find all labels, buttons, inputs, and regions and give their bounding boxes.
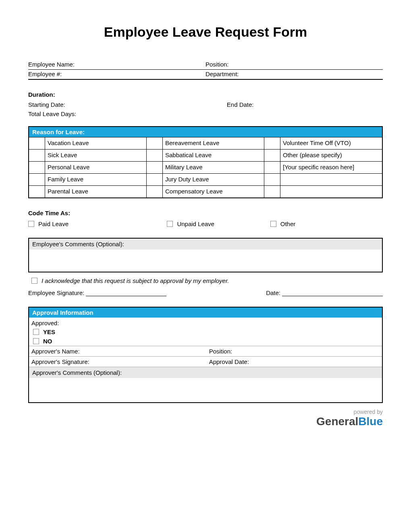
approver-comments-input[interactable] <box>29 378 382 402</box>
approver-comments-label: Approver's Comments (Optional): <box>29 367 382 378</box>
reason-check[interactable] <box>29 149 45 161</box>
reason-check[interactable] <box>147 173 163 185</box>
approved-no-label: NO <box>43 338 52 345</box>
employee-signature-label: Employee Signature: <box>28 289 84 296</box>
approved-no-checkbox[interactable] <box>33 338 39 344</box>
codetime-heading: Code Time As: <box>28 210 383 216</box>
reason-label: Vacation Leave <box>45 137 147 149</box>
reason-label: Compensatory Leave <box>163 185 264 197</box>
approval-heading: Approval Information <box>29 308 382 318</box>
paid-leave-checkbox[interactable] <box>28 221 34 227</box>
powered-by-text: powered by <box>28 409 383 415</box>
reason-check[interactable] <box>264 161 280 173</box>
reason-check[interactable] <box>29 161 45 173</box>
approval-section: Approval Information Approved: YES NO Ap… <box>28 307 383 403</box>
starting-date-label: Starting Date: <box>28 101 227 108</box>
reason-label: Jury Duty Leave <box>163 173 264 185</box>
signature-date-label: Date: <box>266 289 280 296</box>
reason-check[interactable] <box>264 173 280 185</box>
reason-label: Other (please specify) <box>280 149 382 161</box>
other-leave-label: Other <box>280 220 296 227</box>
approver-signature-label: Approver's Signature: <box>31 358 209 365</box>
reason-check[interactable] <box>147 149 163 161</box>
reason-section: Reason for Leave: Vacation Leave Bereave… <box>28 126 383 198</box>
employee-comments-label: Employee's Comments (Optional): <box>29 239 382 249</box>
acknowledge-checkbox[interactable] <box>31 278 37 284</box>
position-label: Position: <box>206 61 383 68</box>
approver-name-label: Approver's Name: <box>31 348 209 355</box>
reason-label: Sick Leave <box>45 149 147 161</box>
employee-info-row-1: Employee Name: Position: <box>28 60 383 70</box>
approved-label: Approved: <box>29 318 382 327</box>
employee-info-row-2: Employee #: Department: <box>28 70 383 80</box>
reason-check[interactable] <box>29 137 45 149</box>
employee-name-label: Employee Name: <box>28 61 206 68</box>
duration-heading: Duration: <box>28 91 383 98</box>
reason-check[interactable] <box>264 185 280 197</box>
reason-check[interactable] <box>29 173 45 185</box>
reason-check[interactable] <box>147 185 163 197</box>
reason-label: Family Leave <box>45 173 147 185</box>
reason-label: Sabbatical Leave <box>163 149 264 161</box>
approval-date-label: Approval Date: <box>209 358 380 365</box>
reason-heading: Reason for Leave: <box>29 127 382 137</box>
reason-label: Bereavement Leave <box>163 137 264 149</box>
approved-yes-checkbox[interactable] <box>33 329 39 335</box>
reason-check[interactable] <box>147 137 163 149</box>
unpaid-leave-checkbox[interactable] <box>167 221 173 227</box>
unpaid-leave-label: Unpaid Leave <box>177 220 214 227</box>
reason-label: Military Leave <box>163 161 264 173</box>
reason-check[interactable] <box>147 161 163 173</box>
employee-comments-input[interactable] <box>29 249 382 272</box>
end-date-label: End Date: <box>227 101 383 108</box>
employee-comments-section: Employee's Comments (Optional): <box>28 238 383 272</box>
reason-label <box>280 173 382 185</box>
other-leave-checkbox[interactable] <box>270 221 276 227</box>
employee-number-label: Employee #: <box>28 71 206 77</box>
department-label: Department: <box>206 71 383 77</box>
reason-label: Volunteer Time Off (VTO) <box>280 137 382 149</box>
reason-label: Parental Leave <box>45 185 147 197</box>
brand-logo: GeneralBlue <box>28 415 383 428</box>
footer: powered by GeneralBlue <box>28 409 383 428</box>
acknowledge-text: I acknowledge that this request is subje… <box>42 277 229 284</box>
reason-label: [Your specific reason here] <box>280 161 382 173</box>
approver-position-label: Position: <box>209 348 380 355</box>
reason-check[interactable] <box>264 149 280 161</box>
reason-check[interactable] <box>264 137 280 149</box>
total-days-label: Total Leave Days: <box>28 110 227 117</box>
employee-signature-line[interactable] <box>86 289 166 296</box>
paid-leave-label: Paid Leave <box>38 220 68 227</box>
reason-check[interactable] <box>29 185 45 197</box>
reason-label: Personal Leave <box>45 161 147 173</box>
page-title: Employee Leave Request Form <box>28 24 383 40</box>
signature-date-line[interactable] <box>282 289 383 296</box>
approved-yes-label: YES <box>43 328 55 335</box>
reason-label <box>280 185 382 197</box>
